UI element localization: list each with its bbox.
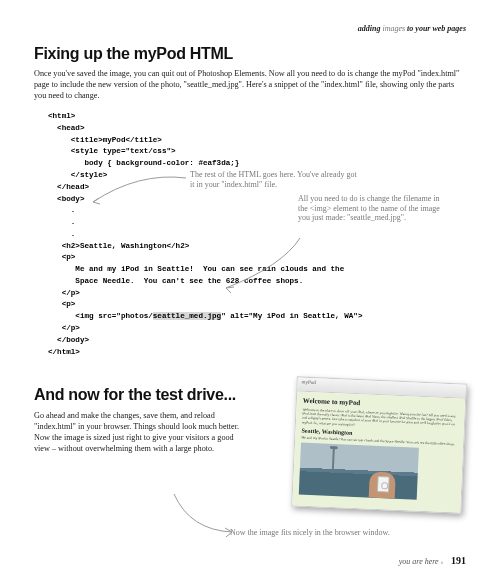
highlighted-filename: seattle_med.jpg	[153, 312, 221, 320]
arrow-3	[170, 490, 240, 540]
annotation-fits-nicely: Now the image fits nicely in the browser…	[230, 528, 450, 538]
ipod-icon	[377, 476, 390, 493]
section2-intro: Go ahead and make the changes, save them…	[34, 410, 244, 454]
page-number: 191	[451, 555, 466, 566]
seattle-photo	[299, 443, 419, 500]
page-footer: you are here › 191	[399, 555, 466, 566]
section1-title: Fixing up the myPod HTML	[34, 45, 466, 63]
space-needle-icon	[332, 448, 335, 470]
section1-intro: Once you've saved the image, you can qui…	[34, 68, 466, 101]
annotation-rest-html: The rest of the HTML goes here. You've a…	[190, 170, 360, 189]
annotation-change-filename: All you need to do is change the filenam…	[298, 194, 448, 223]
code-snippet: <html> <head> <title>myPod</title> <styl…	[48, 111, 466, 358]
browser-screenshot: myPod Welcome to myPod Welcome to the pl…	[291, 376, 467, 513]
arrow-1	[88, 170, 188, 210]
arrow-2	[222, 236, 312, 296]
chevron-right-icon: ›	[441, 558, 443, 566]
running-header: adding images to your web pages	[34, 24, 466, 33]
